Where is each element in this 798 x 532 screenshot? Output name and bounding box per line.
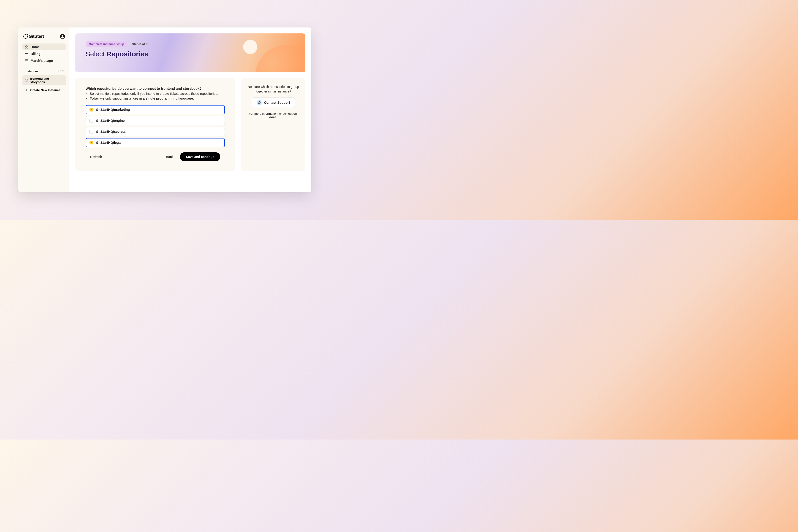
- instance-item[interactable]: frontend and storybook: [22, 75, 66, 86]
- create-instance-label: Create New Instance: [30, 88, 60, 92]
- bullet-2: Today, we only support instances in a si…: [90, 96, 225, 101]
- checkbox-icon: ✓: [90, 141, 93, 145]
- refresh-button[interactable]: Refresh: [90, 155, 102, 159]
- setup-badge: Complete instance setup: [86, 41, 127, 47]
- badge-row: Complete instance setup Step 3 of 6: [86, 41, 295, 47]
- home-icon: [25, 45, 28, 49]
- checkbox-icon: [90, 130, 93, 133]
- bullet-list: Select multiple repositories only if you…: [90, 91, 225, 101]
- billing-icon: [25, 52, 28, 56]
- nav-list: HomeBillingMarch's usage: [22, 43, 66, 64]
- instances-title: Instances: [25, 70, 38, 73]
- repo-label: GitStartHQ/marketing: [96, 108, 130, 112]
- step-indicator: Step 3 of 6: [132, 42, 148, 46]
- brand-name: GitStart: [28, 34, 44, 39]
- calendar-icon: [25, 59, 28, 62]
- support-label: Contact Support: [264, 101, 290, 104]
- repo-label: GitStartHQ/secrets: [96, 130, 126, 133]
- sidebar: GitStart HomeBillingMarch's usage Instan…: [18, 27, 69, 192]
- main-content: Complete instance setup Step 3 of 6 Sele…: [69, 27, 311, 192]
- checkbox-icon: [90, 119, 93, 122]
- repo-label: GitStartHQ/legal: [96, 141, 121, 145]
- docs-link[interactable]: docs: [269, 115, 277, 119]
- title-light: Select: [86, 50, 107, 58]
- nav-label: Home: [31, 45, 40, 49]
- action-row: Refresh Back Save and continue: [86, 152, 225, 162]
- instance-list: frontend and storybook: [22, 75, 66, 86]
- nav-label: Billing: [31, 52, 40, 56]
- contact-support-button[interactable]: Contact Support: [252, 97, 295, 108]
- checkbox-icon: ✓: [90, 108, 93, 112]
- create-instance-button[interactable]: + Create New Instance: [22, 87, 66, 93]
- svg-rect-2: [25, 59, 28, 62]
- hero-banner: Complete instance setup Step 3 of 6 Sele…: [75, 34, 305, 72]
- repo-item[interactable]: GitStartHQ/secrets: [86, 127, 225, 136]
- logo-row: GitStart: [22, 34, 66, 39]
- user-avatar-icon[interactable]: [60, 34, 65, 39]
- back-button[interactable]: Back: [166, 155, 173, 159]
- save-continue-button[interactable]: Save and continue: [180, 152, 220, 162]
- nav-item-billing[interactable]: Billing: [22, 50, 66, 57]
- nav-item-calendar[interactable]: March's usage: [22, 57, 66, 64]
- chat-icon: [256, 100, 262, 105]
- question-text: Which repositories do you want to connec…: [86, 87, 225, 91]
- content-row: Which repositories do you want to connec…: [75, 78, 305, 171]
- title-bold: Repositories: [107, 50, 148, 58]
- app-window: GitStart HomeBillingMarch's usage Instan…: [18, 27, 311, 192]
- repo-item[interactable]: ✓GitStartHQ/legal: [86, 138, 225, 147]
- repo-item[interactable]: GitStartHQ/engine: [86, 116, 225, 125]
- svg-rect-0: [25, 53, 28, 55]
- repo-label: GitStartHQ/engine: [96, 119, 125, 122]
- logo-mark-icon: [23, 34, 28, 39]
- repo-item[interactable]: ✓GitStartHQ/marketing: [86, 105, 225, 114]
- repo-panel: Which repositories do you want to connec…: [75, 78, 235, 171]
- brand-logo[interactable]: GitStart: [23, 34, 44, 39]
- plus-icon: +: [25, 89, 28, 92]
- hero-planet-graphic: [255, 45, 305, 72]
- nav-item-home[interactable]: Home: [22, 43, 66, 50]
- nav-label: March's usage: [31, 59, 53, 62]
- hero-sun-graphic: [243, 40, 257, 54]
- instances-header: Instances ↓ A-Z: [22, 70, 66, 74]
- instance-status-icon: [25, 79, 28, 82]
- instance-label: frontend and storybook: [30, 77, 64, 84]
- docs-text: For more information, check out our docs…: [246, 112, 300, 119]
- bullet-1: Select multiple repositories only if you…: [90, 91, 225, 96]
- help-text: Not sure which repositories to group tog…: [246, 85, 300, 94]
- sort-toggle[interactable]: ↓ A-Z: [58, 70, 64, 73]
- help-panel: Not sure which repositories to group tog…: [241, 78, 305, 171]
- repo-list: ✓GitStartHQ/marketingGitStartHQ/engineGi…: [86, 105, 225, 147]
